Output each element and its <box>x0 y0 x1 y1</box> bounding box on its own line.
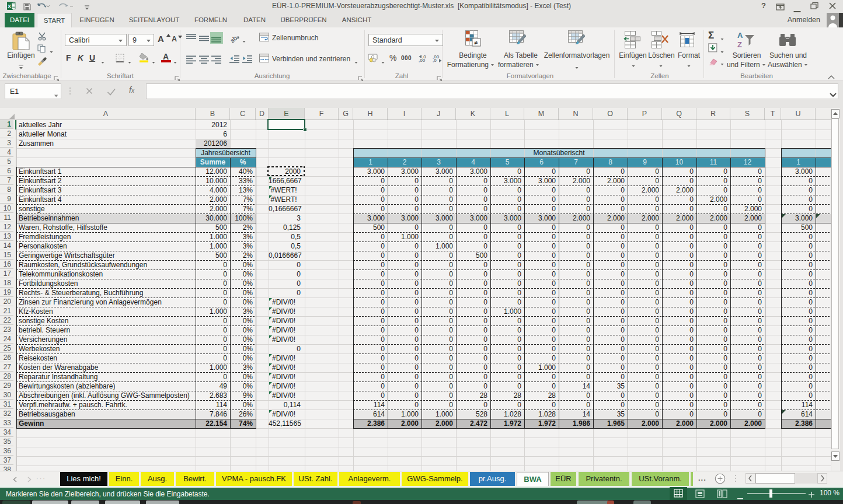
svg-text:,00: ,00 <box>419 58 426 62</box>
svg-text:Z: Z <box>737 40 742 49</box>
svg-text:,0: ,0 <box>433 58 437 62</box>
svg-text:≠: ≠ <box>474 39 478 46</box>
svg-text:A: A <box>737 31 743 40</box>
